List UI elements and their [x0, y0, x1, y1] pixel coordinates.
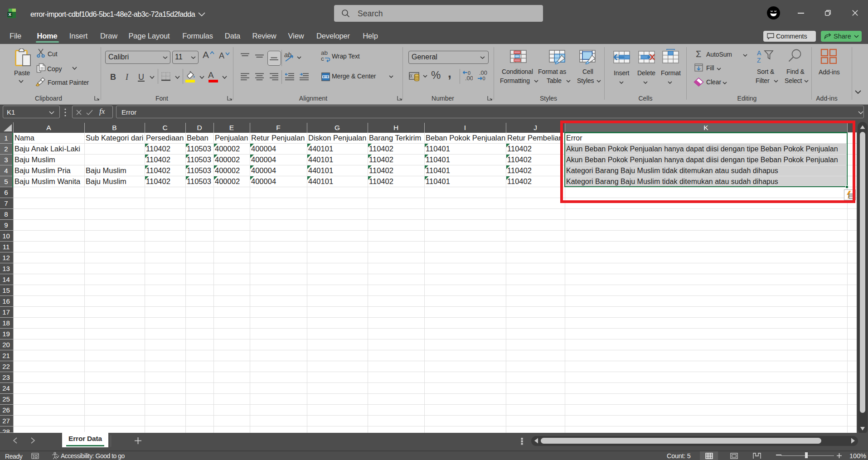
svg-text:0: 0 [483, 76, 485, 81]
svg-text:A: A [757, 49, 761, 57]
svg-text:x: x [8, 11, 11, 17]
svg-text:.00: .00 [465, 75, 473, 81]
svg-text:Z: Z [757, 57, 761, 64]
